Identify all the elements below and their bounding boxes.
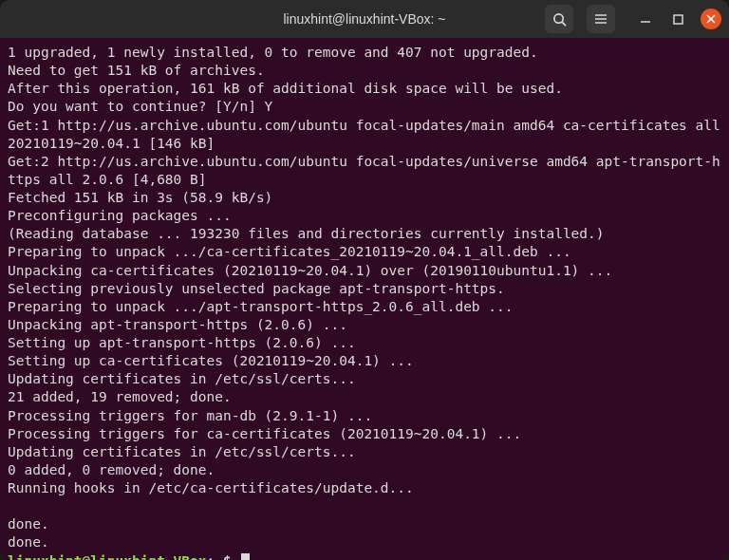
close-button[interactable] bbox=[701, 9, 721, 29]
menu-button[interactable] bbox=[587, 5, 615, 33]
terminal-lines: 1 upgraded, 1 newly installed, 0 to remo… bbox=[8, 45, 729, 550]
window-title: linuxhint@linuxhint-VBox: ~ bbox=[283, 11, 445, 27]
svg-point-0 bbox=[553, 13, 562, 22]
prompt-separator: : bbox=[207, 553, 215, 561]
maximize-button[interactable] bbox=[668, 9, 687, 28]
close-icon bbox=[706, 14, 716, 24]
window-controls bbox=[636, 9, 721, 29]
titlebar: linuxhint@linuxhint-VBox: ~ bbox=[0, 0, 729, 38]
search-icon bbox=[552, 12, 567, 27]
titlebar-controls bbox=[545, 5, 721, 33]
svg-rect-6 bbox=[674, 15, 682, 24]
terminal-output[interactable]: 1 upgraded, 1 newly installed, 0 to remo… bbox=[0, 38, 729, 560]
prompt-symbol: $ bbox=[223, 553, 232, 561]
maximize-icon bbox=[673, 14, 683, 25]
terminal-window: linuxhint@linuxhint-VBox: ~ bbox=[0, 0, 729, 560]
search-button[interactable] bbox=[545, 5, 573, 33]
minimize-icon bbox=[640, 13, 651, 25]
prompt-user-host: linuxhint@linuxhint-VBox bbox=[8, 553, 207, 561]
minimize-button[interactable] bbox=[636, 9, 655, 28]
hamburger-icon bbox=[594, 12, 608, 26]
cursor bbox=[241, 553, 250, 561]
svg-line-1 bbox=[562, 22, 566, 26]
prompt-path: ~ bbox=[215, 553, 223, 561]
